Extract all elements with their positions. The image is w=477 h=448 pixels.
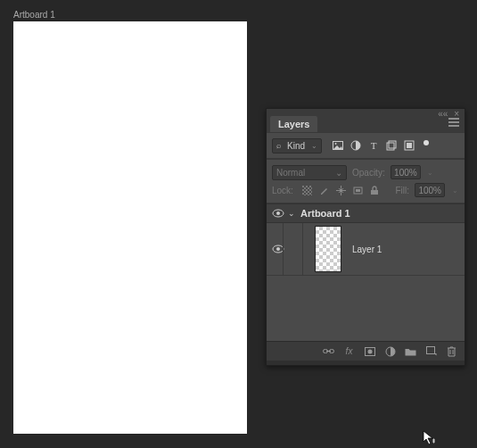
layers-panel: «« × Layers ⌕ Kind ⌄ T: [266, 108, 465, 366]
opacity-flyout-icon[interactable]: ⌄: [426, 169, 435, 177]
chevron-down-icon: ⌄: [311, 142, 317, 150]
blend-mode-select[interactable]: Normal ⌄: [272, 165, 347, 180]
filter-shape-icon[interactable]: [386, 140, 397, 151]
svg-rect-6: [407, 143, 412, 148]
filter-type-icon[interactable]: T: [368, 140, 379, 151]
filter-toggle-indicator[interactable]: [424, 140, 429, 145]
blend-mode-value: Normal: [276, 168, 305, 178]
lock-transparency-icon[interactable]: [302, 186, 312, 195]
artboard-expand-icon[interactable]: ⌄: [288, 209, 295, 218]
panel-menu-icon[interactable]: [448, 118, 459, 127]
layers-empty-area[interactable]: [267, 275, 465, 341]
link-layers-icon[interactable]: [323, 345, 334, 357]
svg-point-1: [335, 143, 337, 145]
new-layer-icon[interactable]: [425, 345, 437, 357]
fx-icon[interactable]: fx: [343, 345, 355, 357]
filter-kind-label: Kind: [287, 141, 305, 151]
lock-label: Lock:: [272, 186, 293, 195]
layer-thumbnail[interactable]: [315, 226, 341, 272]
lock-all-icon[interactable]: [370, 186, 380, 195]
panel-resize-strip[interactable]: [267, 361, 465, 365]
fill-value: 100%: [418, 186, 441, 195]
group-icon[interactable]: [405, 345, 416, 357]
adjustment-layer-icon[interactable]: [384, 345, 396, 357]
cursor-icon: [423, 430, 439, 446]
artboard-name[interactable]: Artboard 1: [300, 208, 350, 219]
opacity-input[interactable]: 100%: [391, 165, 421, 179]
svg-point-16: [276, 247, 280, 251]
opacity-value: 100%: [394, 168, 417, 178]
filter-adjustment-icon[interactable]: [350, 140, 361, 151]
svg-rect-4: [387, 143, 394, 150]
filter-section: ⌕ Kind ⌄ T: [267, 132, 465, 159]
svg-rect-11: [356, 189, 360, 192]
svg-rect-3: [389, 141, 396, 148]
visibility-toggle-icon[interactable]: [272, 209, 283, 218]
panel-titlebar[interactable]: «« ×: [267, 109, 465, 116]
artboard-row[interactable]: ⌄ Artboard 1: [267, 203, 465, 223]
layer-name[interactable]: Layer 1: [352, 245, 382, 254]
opacity-label: Opacity:: [352, 168, 385, 178]
lock-artboard-icon[interactable]: [353, 186, 363, 195]
layers-list: ⌄ Artboard 1 Layer 1: [267, 203, 465, 341]
visibility-toggle-icon[interactable]: [272, 245, 283, 253]
blend-section: Normal ⌄ Opacity: 100% ⌄ Lock: Fill: 100…: [267, 159, 465, 203]
canvas-area[interactable]: [13, 21, 247, 434]
svg-rect-7: [302, 186, 312, 195]
filter-smartobject-icon[interactable]: [404, 140, 415, 151]
search-icon: ⌕: [276, 141, 281, 150]
fill-flyout-icon[interactable]: ⌄: [450, 187, 459, 195]
mask-icon[interactable]: [364, 345, 375, 357]
lock-position-icon[interactable]: [336, 186, 346, 195]
fill-label: Fill:: [395, 186, 409, 195]
chevron-down-icon: ⌄: [335, 168, 342, 178]
svg-rect-23: [426, 347, 434, 354]
artboard-label: Artboard 1: [13, 10, 55, 20]
svg-rect-12: [371, 190, 378, 195]
trash-icon[interactable]: [446, 345, 457, 357]
svg-point-14: [276, 212, 280, 215]
filter-image-icon[interactable]: [333, 140, 343, 151]
panel-footer: fx: [267, 341, 465, 361]
filter-kind-select[interactable]: ⌕ Kind ⌄: [272, 138, 322, 153]
layer-row[interactable]: Layer 1: [267, 223, 465, 275]
panel-tabbar: Layers: [267, 116, 465, 132]
svg-point-21: [367, 349, 372, 353]
tab-layers[interactable]: Layers: [270, 116, 317, 132]
lock-pixels-icon[interactable]: [319, 186, 329, 195]
fill-input[interactable]: 100%: [415, 183, 445, 197]
